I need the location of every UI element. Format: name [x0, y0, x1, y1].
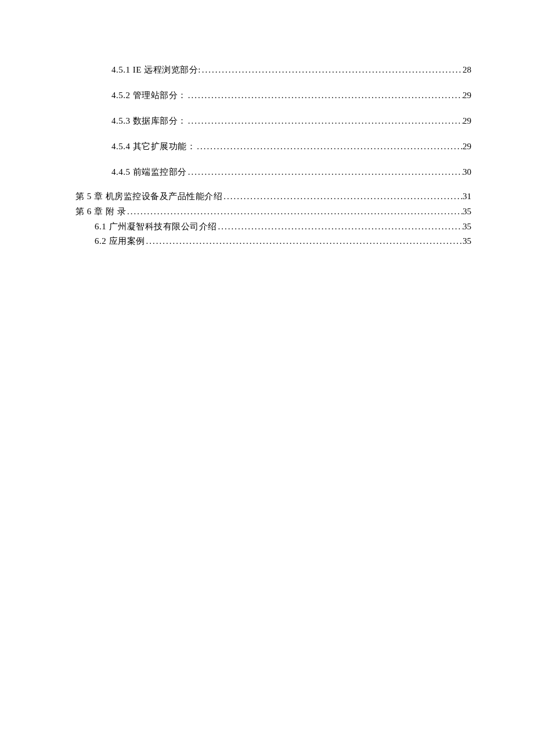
- toc-leader: [217, 221, 463, 233]
- toc-leader: [187, 88, 463, 102]
- toc-leader: [145, 235, 463, 248]
- toc-leader: [201, 63, 463, 77]
- toc-label: 6.2 应用案例: [95, 235, 145, 248]
- toc-label: 6.1 广州凝智科技有限公司介绍: [95, 221, 217, 233]
- toc-label: 4.5.1 IE 远程浏览部分:: [111, 63, 201, 77]
- toc-entry: 第 5 章 机房监控设备及产品性能介绍 31: [75, 190, 471, 203]
- toc-leader: [187, 114, 463, 128]
- toc-page: 31: [463, 190, 471, 203]
- toc-leader: [187, 165, 463, 179]
- toc-label: 第 5 章 机房监控设备及产品性能介绍: [75, 190, 222, 203]
- toc-page: 35: [463, 221, 471, 233]
- toc-page: 29: [463, 139, 471, 153]
- toc-label: 第 6 章 附 录: [75, 206, 126, 218]
- toc-leader: [126, 206, 463, 218]
- toc-entry: 4.4.5 前端监控部分 30: [75, 165, 471, 179]
- toc-page: 30: [463, 165, 471, 179]
- toc-leader: [196, 139, 463, 153]
- toc-label: 4.4.5 前端监控部分: [111, 165, 187, 179]
- toc-label: 4.5.4 其它扩展功能：: [111, 139, 196, 153]
- toc-page: 29: [463, 88, 471, 102]
- toc-entry: 4.5.3 数据库部分： 29: [75, 114, 471, 128]
- toc-page: 35: [463, 235, 471, 248]
- toc-leader: [222, 190, 463, 203]
- toc-page: 29: [463, 114, 471, 128]
- toc-entry: 6.2 应用案例 35: [75, 235, 471, 248]
- toc-entry: 第 6 章 附 录 35: [75, 206, 471, 218]
- toc-page: 35: [463, 206, 471, 218]
- toc-label: 4.5.2 管理站部分：: [111, 88, 187, 102]
- toc-entry: 4.5.4 其它扩展功能： 29: [75, 139, 471, 153]
- toc-entry: 6.1 广州凝智科技有限公司介绍 35: [75, 221, 471, 233]
- toc-entry: 4.5.2 管理站部分： 29: [75, 88, 471, 102]
- toc-page: 28: [463, 63, 471, 77]
- toc-entry: 4.5.1 IE 远程浏览部分: 28: [75, 63, 471, 77]
- toc-label: 4.5.3 数据库部分：: [111, 114, 187, 128]
